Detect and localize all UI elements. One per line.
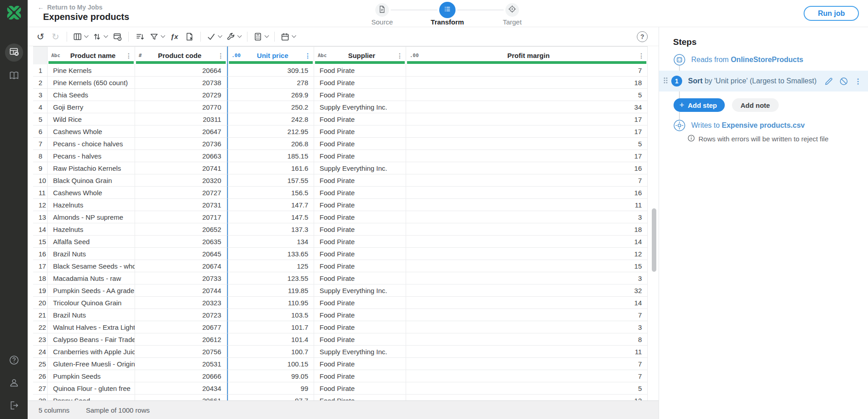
table-cell[interactable]: Pine Kernels: [48, 64, 135, 77]
table-cell[interactable]: Alfalfa Seed: [48, 236, 135, 248]
table-cell[interactable]: Tricolour Quinoa Grain: [48, 297, 135, 309]
table-cell[interactable]: Supply Everything Inc.: [314, 101, 406, 113]
table-cell[interactable]: 20311: [135, 113, 227, 125]
table-cell[interactable]: 161.6: [227, 162, 314, 174]
table-cell[interactable]: 185.15: [227, 150, 314, 162]
table-cell[interactable]: 18: [406, 77, 648, 89]
table-cell[interactable]: 110.95: [227, 297, 314, 309]
step-sort[interactable]: 1 Sort by 'Unit price' (Largest to Small…: [659, 71, 868, 92]
table-cell[interactable]: 20756: [135, 346, 227, 358]
table-cell[interactable]: 14: [406, 297, 648, 309]
drag-handle-icon[interactable]: [663, 77, 668, 86]
table-cell[interactable]: 11: [406, 199, 648, 211]
preview-rows-button[interactable]: [110, 29, 125, 44]
table-cell[interactable]: 3: [406, 321, 648, 333]
table-cell[interactable]: 18: [406, 223, 648, 236]
table-cell[interactable]: 250.2: [227, 101, 314, 113]
table-cell[interactable]: 20717: [135, 211, 227, 223]
table-cell[interactable]: Food Pirate: [314, 138, 406, 150]
table-cell[interactable]: 20661: [135, 395, 227, 400]
table-cell[interactable]: 309.15: [227, 64, 314, 77]
table-cell[interactable]: Macadamia Nuts - raw: [48, 272, 135, 284]
table-cell[interactable]: 17: [406, 150, 648, 162]
undo-button[interactable]: ↺: [33, 29, 48, 44]
sidebar-item-docs[interactable]: [5, 67, 23, 86]
table-cell[interactable]: Pumpkin Seeds: [48, 370, 135, 382]
table-cell[interactable]: 157.55: [227, 174, 314, 187]
table-cell[interactable]: Calypso Beans - Fair Trade: [48, 333, 135, 346]
table-cell[interactable]: Food Pirate: [314, 77, 406, 89]
account-icon[interactable]: [5, 374, 23, 392]
table-cell[interactable]: 20770: [135, 101, 227, 113]
table-cell[interactable]: Chia Seeds: [48, 89, 135, 101]
calculate-menu-button[interactable]: [251, 29, 271, 44]
table-cell[interactable]: 20666: [135, 370, 227, 382]
filter-menu-button[interactable]: [147, 29, 167, 44]
table-cell[interactable]: Food Pirate: [314, 358, 406, 370]
table-cell[interactable]: Goji Berry: [48, 101, 135, 113]
lookup-button[interactable]: [182, 29, 197, 44]
table-cell[interactable]: 20727: [135, 187, 227, 199]
columns-menu-button[interactable]: [71, 29, 90, 44]
table-cell[interactable]: 5: [406, 89, 648, 101]
table-cell[interactable]: Hazelnuts: [48, 223, 135, 236]
table-cell[interactable]: Pumpkin Seeds - AA grade: [48, 284, 135, 297]
table-cell[interactable]: Black Quinoa Grain: [48, 174, 135, 187]
help-icon[interactable]: [5, 351, 23, 369]
table-cell[interactable]: 103.5: [227, 309, 314, 321]
table-cell[interactable]: Pecans - halves: [48, 150, 135, 162]
column-menu-icon[interactable]: ⋮: [126, 52, 131, 59]
table-cell[interactable]: 3: [406, 211, 648, 223]
table-cell[interactable]: 20744: [135, 284, 227, 297]
table-cell[interactable]: 20731: [135, 199, 227, 211]
validate-menu-button[interactable]: [204, 29, 224, 44]
run-job-button[interactable]: Run job: [804, 6, 859, 21]
table-cell[interactable]: 20736: [135, 138, 227, 150]
table-cell[interactable]: Pecans - choice halves: [48, 138, 135, 150]
table-cell[interactable]: Food Pirate: [314, 395, 406, 400]
column-header-product-name[interactable]: AbcProduct name⋮: [48, 46, 135, 64]
vertical-scrollbar[interactable]: [652, 46, 656, 400]
add-step-button[interactable]: + Add step: [674, 98, 725, 112]
table-cell[interactable]: Food Pirate: [314, 174, 406, 187]
table-cell[interactable]: 269.9: [227, 89, 314, 101]
table-cell[interactable]: Food Pirate: [314, 187, 406, 199]
column-menu-icon[interactable]: ⋮: [305, 52, 310, 59]
table-cell[interactable]: 134: [227, 236, 314, 248]
column-menu-icon[interactable]: ⋮: [218, 52, 223, 59]
table-cell[interactable]: 101.4: [227, 333, 314, 346]
sample-rows-button[interactable]: [132, 29, 147, 44]
column-header-product-code[interactable]: #Product code⋮: [135, 46, 227, 64]
table-cell[interactable]: 7: [406, 370, 648, 382]
date-menu-button[interactable]: [278, 29, 298, 44]
stepper-target[interactable]: [505, 3, 519, 17]
table-cell[interactable]: 20663: [135, 150, 227, 162]
table-cell[interactable]: 7: [406, 64, 648, 77]
table-cell[interactable]: 5: [406, 138, 648, 150]
disable-step-icon[interactable]: [839, 77, 848, 86]
table-cell[interactable]: 100.15: [227, 358, 314, 370]
table-cell[interactable]: Quinoa Flour - gluten free: [48, 382, 135, 395]
logout-icon[interactable]: [5, 396, 23, 414]
table-cell[interactable]: 17: [406, 125, 648, 138]
table-cell[interactable]: Almonds - NP supreme: [48, 211, 135, 223]
step-reads[interactable]: Reads from OnlineStoreProducts: [674, 54, 803, 66]
table-cell[interactable]: Brazil Nuts: [48, 309, 135, 321]
table-cell[interactable]: 20664: [135, 64, 227, 77]
sort-menu-button[interactable]: [90, 29, 110, 44]
table-cell[interactable]: Black Sesame Seeds - whole: [48, 260, 135, 272]
edit-step-icon[interactable]: [824, 77, 833, 86]
table-cell[interactable]: 34: [406, 101, 648, 113]
sidebar-item-jobs[interactable]: [5, 43, 23, 62]
table-cell[interactable]: Cashews Whole: [48, 187, 135, 199]
table-cell[interactable]: 147.7: [227, 199, 314, 211]
table-cell[interactable]: Food Pirate: [314, 211, 406, 223]
table-cell[interactable]: 242.8: [227, 113, 314, 125]
table-cell[interactable]: Food Pirate: [314, 199, 406, 211]
table-cell[interactable]: 20729: [135, 89, 227, 101]
table-cell[interactable]: 20635: [135, 236, 227, 248]
help-button[interactable]: ?: [637, 31, 648, 42]
table-cell[interactable]: 8: [406, 333, 648, 346]
table-cell[interactable]: 20647: [135, 125, 227, 138]
table-cell[interactable]: 20531: [135, 358, 227, 370]
